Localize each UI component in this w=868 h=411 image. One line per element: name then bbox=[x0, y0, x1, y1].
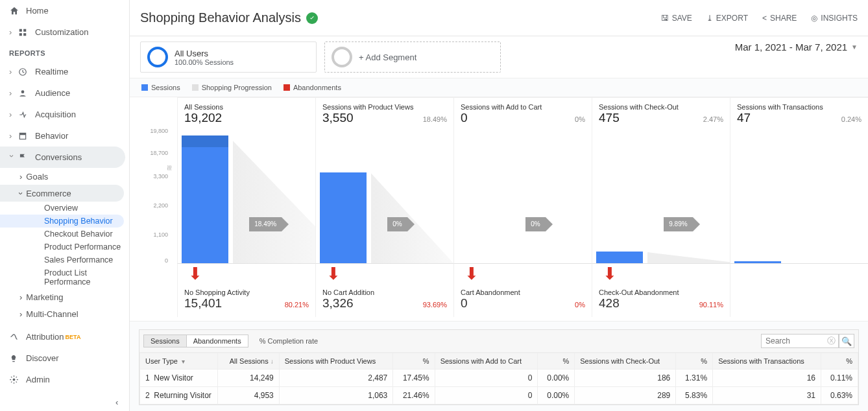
nav-behavior[interactable]: › Behavior bbox=[0, 125, 129, 147]
progression-arrow: 0% bbox=[387, 217, 407, 231]
nav-multichannel[interactable]: ›Multi-Channel bbox=[0, 305, 129, 322]
toolbar: Shopping Behavior Analysis 🖫SAVE ⤓EXPORT… bbox=[130, 0, 868, 36]
search-button[interactable]: 🔍 bbox=[839, 334, 854, 348]
th-co[interactable]: Sessions with Check-Out bbox=[575, 353, 676, 370]
cell: 21.46% bbox=[393, 387, 435, 405]
magnifier-icon: 🔍 bbox=[841, 336, 852, 346]
export-button[interactable]: ⤓EXPORT bbox=[706, 14, 748, 23]
chart-column[interactable] bbox=[730, 128, 868, 264]
abandonment-cell[interactable]: ⬇No Cart Addition3,32693.69% bbox=[315, 264, 453, 317]
table-row[interactable]: 2 Returning Visitor 4,953 1,063 21.46% 0… bbox=[140, 387, 858, 405]
stage-header[interactable]: Sessions with Check-Out4752.47% bbox=[592, 98, 730, 128]
stage-header[interactable]: Sessions with Add to Cart00% bbox=[453, 98, 592, 128]
abandonment-cell[interactable]: ⬇Check-Out Abandonment42890.11% bbox=[592, 264, 730, 317]
nav-marketing[interactable]: ›Marketing bbox=[0, 288, 129, 305]
stage-pct: 0% bbox=[575, 115, 585, 123]
chart-column[interactable]: 9.89% bbox=[592, 128, 730, 264]
y-tick: 0 bbox=[165, 257, 168, 264]
stage-header[interactable]: All Sessions19,202 bbox=[177, 98, 315, 128]
stage-label: Sessions with Check-Out bbox=[599, 103, 723, 111]
nav-attribution-label: Attribution bbox=[26, 332, 64, 342]
swatch-icon bbox=[192, 84, 199, 91]
date-range-picker[interactable]: Mar 1, 2021 - Mar 7, 2021 ▼ bbox=[735, 41, 858, 53]
nav-ecom-checkout-behavior[interactable]: Checkout Behavior bbox=[0, 228, 129, 241]
tab-abandonments[interactable]: Abandonments bbox=[186, 335, 248, 347]
add-segment-button[interactable]: + Add Segment bbox=[324, 41, 501, 73]
nav-ecom-sales-perf-label: Sales Performance bbox=[44, 255, 113, 264]
bar-sessions bbox=[734, 261, 781, 263]
completion-rate-toggle[interactable]: % Completion rate bbox=[259, 337, 319, 345]
svg-rect-3 bbox=[23, 33, 26, 36]
th-tx-pct[interactable]: % bbox=[821, 353, 858, 370]
chart-column[interactable]: 0% bbox=[315, 128, 453, 264]
stage-label: Sessions with Add to Cart bbox=[461, 103, 585, 111]
share-button[interactable]: <SHARE bbox=[762, 14, 797, 23]
th-all[interactable]: All Sessions bbox=[230, 357, 269, 365]
th-pv-pct[interactable]: % bbox=[393, 353, 435, 370]
th-tx[interactable]: Sessions with Transactions bbox=[713, 353, 821, 370]
abandonment-cell[interactable]: ⬇Cart Abandonment00% bbox=[453, 264, 592, 317]
bar-sessions bbox=[182, 147, 228, 263]
nav-ecom-product-perf[interactable]: Product Performance bbox=[0, 241, 129, 253]
abandonment-cell[interactable]: ⬇No Shopping Activity15,40180.21% bbox=[177, 264, 315, 317]
progression-arrow: 9.89% bbox=[664, 217, 692, 231]
nav-ecom-shopping-behavior[interactable]: Shopping Behavior bbox=[0, 215, 124, 228]
nav-ecom-overview[interactable]: Overview bbox=[0, 202, 129, 215]
save-button[interactable]: 🖫SAVE bbox=[661, 14, 692, 23]
export-icon: ⤓ bbox=[706, 14, 713, 23]
nav-realtime-label: Realtime bbox=[35, 67, 68, 76]
nav-realtime[interactable]: › Realtime bbox=[0, 61, 129, 82]
nav-discover[interactable]: Discover bbox=[0, 347, 129, 369]
nav-ecom-productlist-perf[interactable]: Product List Performance bbox=[0, 266, 129, 288]
table-row[interactable]: 1 New Visitor 14,249 2,487 17.45% 0 0.00… bbox=[140, 370, 858, 387]
row-index: 2 bbox=[145, 391, 150, 400]
dropdown-icon[interactable]: ▾ bbox=[182, 358, 185, 365]
table-toolbar: Sessions Abandonments % Completion rate … bbox=[139, 330, 858, 353]
insights-button[interactable]: ◎INSIGHTS bbox=[811, 14, 858, 23]
sort-desc-icon[interactable]: ↓ bbox=[271, 358, 274, 365]
nav-customization[interactable]: › Customization bbox=[0, 21, 129, 43]
swatch-icon bbox=[141, 84, 148, 91]
th-cart-pct[interactable]: % bbox=[538, 353, 575, 370]
nav-ecommerce-label: Ecommerce bbox=[26, 189, 71, 198]
nav-ecommerce[interactable]: ›Ecommerce bbox=[0, 185, 124, 202]
down-arrow-icon: ⬇ bbox=[464, 268, 585, 279]
segment-all-users[interactable]: All Users 100.00% Sessions bbox=[140, 41, 317, 73]
nav-conversions[interactable]: › Conversions bbox=[0, 147, 125, 168]
y-tick: 2,200 bbox=[153, 202, 168, 209]
clear-search-icon[interactable]: ⓧ bbox=[827, 335, 836, 347]
cell: 1.31% bbox=[676, 370, 713, 387]
nav-ecom-sales-perf[interactable]: Sales Performance bbox=[0, 253, 129, 266]
segment-bar: All Users 100.00% Sessions + Add Segment… bbox=[130, 36, 868, 78]
down-arrow-icon: ⬇ bbox=[188, 268, 309, 279]
legend-sessions: Sessions bbox=[141, 84, 180, 91]
stage-value: 47 bbox=[737, 111, 751, 125]
th-co-pct[interactable]: % bbox=[676, 353, 713, 370]
nav-acquisition[interactable]: › Acquisition bbox=[0, 104, 129, 125]
nav-admin[interactable]: Admin bbox=[0, 369, 129, 390]
collapse-sidebar-icon[interactable]: ‹ bbox=[115, 397, 118, 407]
add-segment-label: + Add Segment bbox=[359, 53, 416, 62]
swatch-icon bbox=[283, 84, 290, 91]
nav-attribution[interactable]: Attribution BETA bbox=[0, 326, 129, 347]
stage-pct: 18.49% bbox=[423, 115, 447, 123]
tab-sessions[interactable]: Sessions bbox=[143, 335, 187, 347]
nav-ecom-checkout-behavior-label: Checkout Behavior bbox=[44, 229, 113, 239]
th-pv[interactable]: Sessions with Product Views bbox=[279, 353, 393, 370]
stage-header[interactable]: Sessions with Product Views3,55018.49% bbox=[315, 98, 453, 128]
tab-label: Abandonments bbox=[193, 337, 241, 345]
stage-header[interactable]: Sessions with Transactions470.24% bbox=[730, 98, 868, 128]
legend-progression-label: Shopping Progression bbox=[202, 84, 272, 91]
nav-goals-label: Goals bbox=[26, 172, 48, 182]
nav-goals[interactable]: ›Goals bbox=[0, 168, 129, 185]
export-label: EXPORT bbox=[716, 14, 748, 23]
th-usertype[interactable]: User Type bbox=[145, 357, 178, 365]
abandon-pct: 90.11% bbox=[699, 301, 723, 309]
th-cart[interactable]: Sessions with Add to Cart bbox=[435, 353, 538, 370]
chart-column[interactable]: 18.49% bbox=[177, 128, 315, 264]
nav-audience[interactable]: › Audience bbox=[0, 82, 129, 104]
cell: 0.63% bbox=[821, 387, 858, 405]
nav-discover-label: Discover bbox=[26, 353, 59, 363]
nav-home[interactable]: Home bbox=[0, 0, 129, 21]
chart-column[interactable]: 0% bbox=[453, 128, 592, 264]
